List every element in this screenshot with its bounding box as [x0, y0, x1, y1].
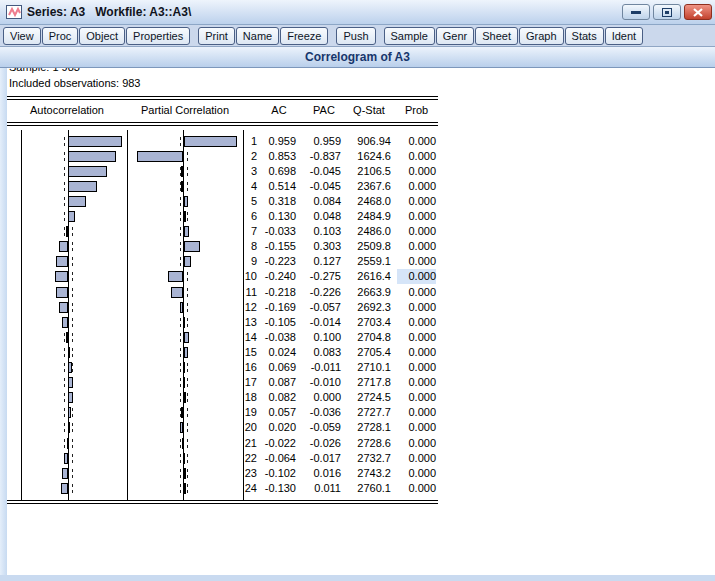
- cell-lag[interactable]: 4: [234, 179, 257, 194]
- cell-qstat[interactable]: 2728.1: [347, 420, 391, 435]
- cell-prob[interactable]: 0.000: [397, 164, 436, 179]
- cell-ac[interactable]: -0.105: [262, 315, 296, 330]
- cell-lag[interactable]: 23: [234, 466, 257, 481]
- cell-prob[interactable]: 0.000: [397, 285, 436, 300]
- cell-qstat[interactable]: 2703.4: [347, 315, 391, 330]
- cell-pac[interactable]: 0.303: [307, 239, 341, 254]
- toolbar-button-sheet[interactable]: Sheet: [475, 27, 518, 45]
- cell-ac[interactable]: 0.959: [262, 134, 296, 149]
- cell-ac[interactable]: 0.024: [262, 345, 296, 360]
- cell-ac[interactable]: -0.038: [262, 330, 296, 345]
- cell-qstat[interactable]: 2559.1: [347, 254, 391, 269]
- cell-ac[interactable]: 0.069: [262, 360, 296, 375]
- cell-pac[interactable]: -0.014: [307, 315, 341, 330]
- cell-lag[interactable]: 15: [234, 345, 257, 360]
- cell-ac[interactable]: 0.698: [262, 164, 296, 179]
- cell-qstat[interactable]: 2106.5: [347, 164, 391, 179]
- cell-qstat[interactable]: 2732.7: [347, 451, 391, 466]
- cell-prob[interactable]: 0.000: [397, 466, 436, 481]
- cell-pac[interactable]: -0.045: [307, 164, 341, 179]
- cell-prob[interactable]: 0.000: [397, 405, 436, 420]
- cell-prob[interactable]: 0.000: [397, 345, 436, 360]
- cell-ac[interactable]: -0.223: [262, 254, 296, 269]
- cell-prob[interactable]: 0.000: [397, 254, 436, 269]
- cell-ac[interactable]: 0.318: [262, 194, 296, 209]
- toolbar-button-sample[interactable]: Sample: [384, 27, 435, 45]
- cell-qstat[interactable]: 2724.5: [347, 390, 391, 405]
- cell-ac[interactable]: 0.853: [262, 149, 296, 164]
- cell-lag[interactable]: 5: [234, 194, 257, 209]
- cell-prob[interactable]: 0.000: [397, 390, 436, 405]
- cell-pac[interactable]: -0.026: [307, 436, 341, 451]
- cell-lag[interactable]: 7: [234, 224, 257, 239]
- cell-lag[interactable]: 12: [234, 300, 257, 315]
- cell-pac[interactable]: -0.837: [307, 149, 341, 164]
- cell-prob[interactable]: 0.000: [397, 330, 436, 345]
- cell-ac[interactable]: 0.087: [262, 375, 296, 390]
- toolbar-button-proc[interactable]: Proc: [42, 27, 79, 45]
- cell-lag[interactable]: 10: [234, 269, 257, 284]
- cell-ac[interactable]: -0.240: [262, 269, 296, 284]
- cell-pac[interactable]: -0.057: [307, 300, 341, 315]
- cell-lag[interactable]: 19: [234, 405, 257, 420]
- cell-ac[interactable]: -0.102: [262, 466, 296, 481]
- cell-pac[interactable]: 0.959: [307, 134, 341, 149]
- cell-qstat[interactable]: 2743.2: [347, 466, 391, 481]
- cell-lag[interactable]: 13: [234, 315, 257, 330]
- cell-qstat[interactable]: 2710.1: [347, 360, 391, 375]
- cell-pac[interactable]: 0.084: [307, 194, 341, 209]
- cell-pac[interactable]: 0.000: [307, 390, 341, 405]
- cell-pac[interactable]: 0.016: [307, 466, 341, 481]
- cell-ac[interactable]: -0.130: [262, 481, 296, 496]
- cell-prob[interactable]: 0.000: [397, 194, 436, 209]
- cell-prob[interactable]: 0.000: [397, 179, 436, 194]
- cell-pac[interactable]: 0.100: [307, 330, 341, 345]
- cell-qstat[interactable]: 1624.6: [347, 149, 391, 164]
- cell-ac[interactable]: -0.169: [262, 300, 296, 315]
- minimize-button[interactable]: [622, 4, 650, 20]
- cell-lag[interactable]: 14: [234, 330, 257, 345]
- cell-qstat[interactable]: 2486.0: [347, 224, 391, 239]
- cell-ac[interactable]: 0.082: [262, 390, 296, 405]
- cell-lag[interactable]: 18: [234, 390, 257, 405]
- toolbar-button-push[interactable]: Push: [336, 27, 375, 45]
- cell-lag[interactable]: 3: [234, 164, 257, 179]
- toolbar-button-ident[interactable]: Ident: [605, 27, 643, 45]
- cell-lag[interactable]: 2: [234, 149, 257, 164]
- cell-prob[interactable]: 0.000: [397, 315, 436, 330]
- toolbar-button-stats[interactable]: Stats: [565, 27, 604, 45]
- cell-lag[interactable]: 6: [234, 209, 257, 224]
- cell-prob[interactable]: 0.000: [397, 209, 436, 224]
- cell-prob[interactable]: 0.000: [397, 239, 436, 254]
- cell-qstat[interactable]: 906.94: [347, 134, 391, 149]
- toolbar-button-object[interactable]: Object: [79, 27, 125, 45]
- cell-pac[interactable]: -0.059: [307, 420, 341, 435]
- cell-qstat[interactable]: 2692.3: [347, 300, 391, 315]
- cell-lag[interactable]: 22: [234, 451, 257, 466]
- cell-prob[interactable]: 0.000: [397, 360, 436, 375]
- toolbar-button-properties[interactable]: Properties: [126, 27, 190, 45]
- cell-ac[interactable]: -0.064: [262, 451, 296, 466]
- cell-lag[interactable]: 1: [234, 134, 257, 149]
- cell-ac[interactable]: -0.033: [262, 224, 296, 239]
- cell-qstat[interactable]: 2705.4: [347, 345, 391, 360]
- cell-qstat[interactable]: 2717.8: [347, 375, 391, 390]
- cell-qstat[interactable]: 2727.7: [347, 405, 391, 420]
- cell-pac[interactable]: -0.010: [307, 375, 341, 390]
- toolbar-button-genr[interactable]: Genr: [436, 27, 474, 45]
- cell-qstat[interactable]: 2663.9: [347, 285, 391, 300]
- cell-pac[interactable]: -0.275: [307, 269, 341, 284]
- cell-ac[interactable]: 0.057: [262, 405, 296, 420]
- cell-ac[interactable]: -0.155: [262, 239, 296, 254]
- cell-pac[interactable]: -0.011: [307, 360, 341, 375]
- cell-ac[interactable]: 0.020: [262, 420, 296, 435]
- cell-pac[interactable]: -0.017: [307, 451, 341, 466]
- cell-qstat[interactable]: 2760.1: [347, 481, 391, 496]
- cell-pac[interactable]: 0.127: [307, 254, 341, 269]
- cell-lag[interactable]: 24: [234, 481, 257, 496]
- cell-prob[interactable]: 0.000: [397, 134, 436, 149]
- toolbar-button-freeze[interactable]: Freeze: [280, 27, 328, 45]
- cell-pac[interactable]: 0.048: [307, 209, 341, 224]
- cell-prob[interactable]: 0.000: [397, 420, 436, 435]
- cell-pac[interactable]: 0.103: [307, 224, 341, 239]
